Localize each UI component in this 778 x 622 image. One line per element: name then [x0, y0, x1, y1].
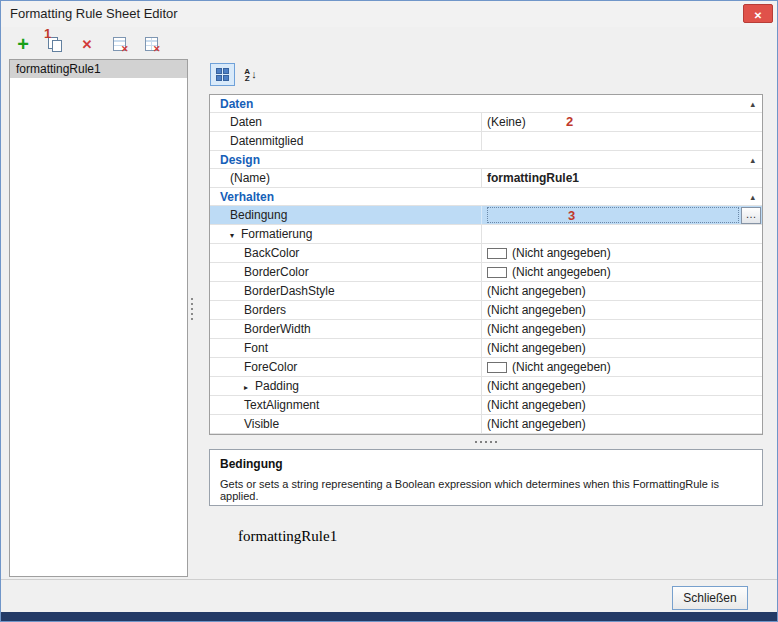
- color-swatch: [487, 362, 507, 373]
- property-value-cell[interactable]: (Nicht angegeben): [482, 301, 762, 319]
- property-value-cell[interactable]: (Keine)2: [482, 113, 762, 131]
- property-row-borderdashstyle[interactable]: BorderDashStyle(Nicht angegeben): [210, 282, 762, 301]
- property-name-cell: BorderColor: [210, 263, 482, 281]
- description-text: Gets or sets a string representing a Boo…: [220, 478, 752, 502]
- list-grid-splitter[interactable]: [191, 298, 193, 322]
- category-label: Daten: [220, 95, 253, 113]
- collapse-arrow-icon[interactable]: ▴: [750, 95, 755, 113]
- collapse-arrow-icon[interactable]: ▴: [750, 151, 755, 169]
- annotation-3: 3: [568, 208, 575, 223]
- property-name: TextAlignment: [244, 398, 319, 412]
- property-grid-toolbar: A Z ↓: [210, 63, 263, 86]
- property-row-daten[interactable]: Daten(Keine)2: [210, 113, 762, 132]
- property-name-cell: Bedingung: [210, 206, 482, 224]
- close-button[interactable]: ✕: [743, 4, 773, 23]
- property-value-cell[interactable]: (Nicht angegeben): [482, 396, 762, 414]
- property-row-font[interactable]: Font(Nicht angegeben): [210, 339, 762, 358]
- property-name-cell: ForeColor: [210, 358, 482, 376]
- color-swatch: [487, 248, 507, 259]
- add-icon: +: [17, 37, 29, 51]
- property-value-cell[interactable]: [482, 132, 762, 150]
- delete-all-button[interactable]: ✕: [142, 35, 160, 53]
- schliessen-button[interactable]: Schließen: [672, 586, 748, 610]
- collapse-arrow-icon[interactable]: ▴: [750, 188, 755, 206]
- property-row-bordercolor[interactable]: BorderColor(Nicht angegeben): [210, 263, 762, 282]
- property-name-cell: BorderWidth: [210, 320, 482, 338]
- property-value-cell[interactable]: (Nicht angegeben): [482, 282, 762, 300]
- category-label: Verhalten: [220, 188, 274, 206]
- property-row-datenmitglied[interactable]: Datenmitglied: [210, 132, 762, 151]
- description-panel: Bedingung Gets or sets a string represen…: [209, 449, 763, 506]
- rule-list-item[interactable]: formattingRule1: [10, 60, 187, 78]
- categorized-view-button[interactable]: [210, 63, 235, 86]
- property-value-cell[interactable]: (Nicht angegeben): [482, 263, 762, 281]
- delete-rule-button[interactable]: ✕: [78, 35, 96, 53]
- property-value-cell[interactable]: (Nicht angegeben): [482, 377, 762, 395]
- category-label: Design: [220, 151, 260, 169]
- property-name-cell: Borders: [210, 301, 482, 319]
- rule-list[interactable]: formattingRule1: [9, 59, 188, 577]
- property-name: Padding: [255, 379, 299, 393]
- category-row[interactable]: Daten▴: [210, 95, 762, 113]
- property-value: (Nicht angegeben): [512, 360, 611, 374]
- sort-arrow-icon: ↓: [251, 69, 257, 80]
- add-rule-button[interactable]: +: [14, 35, 32, 53]
- property-value: (Nicht angegeben): [512, 265, 611, 279]
- value-editor[interactable]: 3: [487, 207, 739, 223]
- property-row-formatierung[interactable]: ▾Formatierung: [210, 225, 762, 244]
- delete-all-icon: ✕: [145, 37, 158, 51]
- property-value: (Nicht angegeben): [487, 398, 586, 412]
- property-name-cell: Font: [210, 339, 482, 357]
- property-value: formattingRule1: [487, 171, 579, 185]
- title-bar[interactable]: Formatting Rule Sheet Editor ✕: [1, 1, 777, 27]
- delete-sheet-button[interactable]: ✕: [110, 35, 128, 53]
- property-row-borderwidth[interactable]: BorderWidth(Nicht angegeben): [210, 320, 762, 339]
- property-name: Bedingung: [230, 208, 287, 222]
- property-value-cell[interactable]: 3…: [482, 206, 762, 224]
- toolbar: + ✕ ✕ ✕ 1: [14, 31, 160, 57]
- az-sort-icon: A Z ↓: [244, 68, 256, 82]
- property-name-cell: BorderDashStyle: [210, 282, 482, 300]
- delete-sheet-icon: ✕: [113, 37, 126, 51]
- property-value-cell[interactable]: (Nicht angegeben): [482, 415, 762, 433]
- color-swatch: [487, 267, 507, 278]
- property-name-cell: Visible: [210, 415, 482, 433]
- dialog-window: Formatting Rule Sheet Editor ✕ + ✕ ✕ ✕ 1…: [0, 0, 778, 622]
- property-name-cell: TextAlignment: [210, 396, 482, 414]
- property-value-cell[interactable]: formattingRule1: [482, 169, 762, 187]
- property-name: BackColor: [244, 246, 299, 260]
- property-value: (Nicht angegeben): [487, 322, 586, 336]
- property-row-backcolor[interactable]: BackColor(Nicht angegeben): [210, 244, 762, 263]
- property-row-visible[interactable]: Visible(Nicht angegeben): [210, 415, 762, 434]
- property-value: (Nicht angegeben): [487, 303, 586, 317]
- property-name: Formatierung: [241, 227, 312, 241]
- collapsed-expander-icon[interactable]: ▸: [244, 379, 255, 395]
- property-value-cell[interactable]: (Nicht angegeben): [482, 244, 762, 262]
- property-name: BorderWidth: [244, 322, 311, 336]
- category-row[interactable]: Verhalten▴: [210, 188, 762, 206]
- property-row-textalignment[interactable]: TextAlignment(Nicht angegeben): [210, 396, 762, 415]
- small-x-icon: ✕: [121, 44, 129, 54]
- property-row-borders[interactable]: Borders(Nicht angegeben): [210, 301, 762, 320]
- property-value-cell[interactable]: (Nicht angegeben): [482, 358, 762, 376]
- expanded-expander-icon[interactable]: ▾: [230, 227, 241, 243]
- delete-icon: ✕: [82, 37, 93, 52]
- category-row[interactable]: Design▴: [210, 151, 762, 169]
- alphabetical-sort-button[interactable]: A Z ↓: [238, 63, 263, 86]
- property-value-cell[interactable]: [482, 225, 762, 243]
- property-row-forecolor[interactable]: ForeColor(Nicht angegeben): [210, 358, 762, 377]
- ellipsis-button[interactable]: …: [741, 207, 761, 224]
- property-value: (Nicht angegeben): [487, 284, 586, 298]
- property-row-padding[interactable]: ▸Padding(Nicht angegeben): [210, 377, 762, 396]
- property-value-cell[interactable]: (Nicht angegeben): [482, 339, 762, 357]
- footer: Schließen: [1, 579, 777, 612]
- property-grid: Daten▴Daten(Keine)2DatenmitgliedDesign▴(…: [209, 94, 763, 435]
- property-row-name[interactable]: (Name)formattingRule1: [210, 169, 762, 188]
- grid-description-splitter[interactable]: [475, 441, 498, 443]
- property-name-cell: ▸Padding: [210, 377, 482, 395]
- property-name-cell: BackColor: [210, 244, 482, 262]
- property-value-cell[interactable]: (Nicht angegeben): [482, 320, 762, 338]
- grid-splitter-row[interactable]: [209, 439, 763, 445]
- annotation-1: 1: [44, 26, 51, 41]
- property-row-bedingung[interactable]: Bedingung3…: [210, 206, 762, 225]
